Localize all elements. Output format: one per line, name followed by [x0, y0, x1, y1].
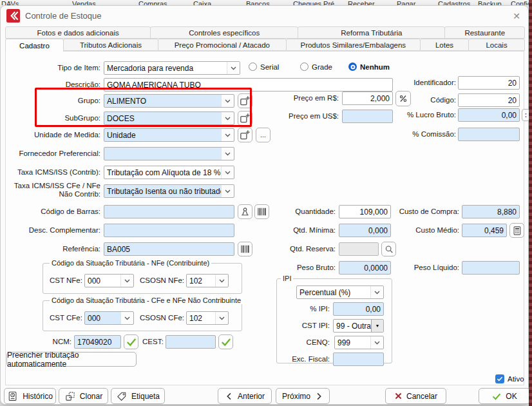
unidade-select[interactable]: Unidade — [104, 128, 234, 142]
cst-nfe-group: Código da Situação Tributária - NFe (Con… — [43, 263, 242, 294]
radio-nenhum[interactable]: Nenhum — [348, 63, 390, 71]
balanca-button[interactable] — [238, 204, 252, 219]
codigo-input[interactable]: 20 — [458, 93, 520, 107]
unidade-add-button[interactable] — [238, 128, 252, 142]
taxa-icms-nao-contrib-label: Taxa ICMS/ISS CFe / NFe Não Contrib: — [6, 182, 100, 198]
subgrupo-add-button[interactable] — [238, 111, 252, 126]
menu-item[interactable]: Bancos — [246, 0, 270, 5]
tab-cadastro[interactable]: Cadastro — [5, 39, 64, 52]
menu-item[interactable]: Vendas — [72, 0, 96, 5]
tab-fotos-e-dados-adicionais[interactable]: Fotos e dados adicionais — [5, 26, 151, 39]
codigo-label: Código: — [392, 96, 456, 104]
referencia-label: Referência: — [6, 245, 100, 253]
proximo-button[interactable]: Próximo — [276, 388, 330, 404]
descricao-input[interactable]: GOMA AMERICANA TUBO — [104, 78, 393, 92]
cest-validate-button[interactable] — [218, 334, 233, 349]
menu-item[interactable]: DAVs — [1, 0, 19, 5]
radio-dot-selected — [348, 63, 357, 71]
ok-button[interactable]: OK — [479, 388, 530, 404]
ipi-mode-select[interactable]: Percentual (%) — [296, 285, 384, 299]
radio-serial[interactable]: Serial — [249, 63, 279, 71]
preco-us-input[interactable] — [342, 110, 393, 123]
ncm-validate-button[interactable] — [124, 334, 138, 349]
quantidade-input[interactable]: 109,000 — [339, 205, 391, 218]
menu-item[interactable]: Cadastros — [438, 0, 470, 5]
custo-medio-calculator-button[interactable] — [509, 223, 524, 238]
cst-cfe-select[interactable]: 000 — [84, 311, 134, 325]
cest-input[interactable] — [166, 335, 216, 349]
taxa-icms-contrib-select[interactable]: Tributação com Alíquota de 18 % — [104, 166, 234, 179]
historico-button[interactable]: Histórico — [4, 388, 56, 404]
ncm-input[interactable]: 17049020 — [74, 335, 121, 349]
csosn-cfe-select[interactable]: 102 — [186, 311, 229, 325]
tipo-de-item-select[interactable]: Mercadoria para revenda — [104, 61, 240, 75]
cst-nfe-select[interactable]: 000 — [84, 274, 134, 287]
peso-bruto-input[interactable]: 0,0000 — [339, 261, 391, 275]
ipi-percent-input[interactable]: 0,00 — [333, 302, 384, 316]
vertical-dots-icon: : — [525, 111, 527, 119]
subgrupo-label: SubGrupo: — [6, 114, 100, 122]
desc-complementar-input[interactable] — [104, 224, 234, 237]
unidade-de-medida-label: Unidade de Medida: — [6, 131, 100, 139]
menu-item[interactable]: Pagar — [397, 0, 415, 5]
radio-grade[interactable]: Grade — [300, 63, 332, 71]
fornecedor-select[interactable] — [104, 147, 234, 160]
comissao-label: % Comissão: — [392, 130, 456, 139]
grupo-add-button[interactable] — [238, 93, 252, 108]
cancelar-button[interactable]: Cancelar — [385, 388, 446, 404]
cst-ipi-label: CST IPI: — [278, 322, 330, 330]
menu-item[interactable]: Caixa — [193, 0, 211, 5]
chevron-down-icon — [370, 286, 383, 298]
csosn-nfe-select[interactable]: 102 — [186, 274, 229, 287]
grupo-select[interactable]: ALIMENTO — [104, 94, 234, 108]
qtd-reserva-search-button[interactable] — [381, 242, 396, 256]
menu-item[interactable]: Compras — [138, 0, 167, 5]
tab-reforma-tributaria[interactable]: Reforma Tributária — [298, 26, 445, 39]
close-icon[interactable]: ✕ — [509, 10, 524, 23]
radio-dot — [249, 63, 257, 71]
quantidade-label: Quantidade: — [271, 208, 336, 216]
custo-medio-input[interactable]: 0,459 — [462, 224, 507, 237]
clonar-button[interactable]: Clonar — [59, 388, 108, 404]
ativo-checkbox[interactable]: Ativo — [495, 374, 524, 383]
exc-fiscal-input[interactable] — [333, 353, 384, 366]
tab-lotes[interactable]: Lotes — [420, 39, 469, 51]
menu-item[interactable]: Receber — [348, 0, 375, 5]
custo-de-compra-input[interactable]: 8,880 — [462, 205, 520, 218]
peso-liquido-input[interactable] — [462, 261, 520, 275]
referencia-input[interactable]: BA005 — [104, 242, 234, 256]
barcode-icon — [255, 205, 269, 218]
desc-complementar-label: Desc. Complementar: — [6, 226, 100, 235]
taxa-icms-nao-contrib-select[interactable]: Tributação Isenta ou não tributados — [104, 184, 234, 198]
chevron-down-icon — [221, 112, 234, 124]
comissao-input[interactable] — [458, 128, 520, 141]
codigo-de-barras-input[interactable] — [104, 205, 234, 218]
check-icon — [126, 337, 137, 347]
etiqueta-button[interactable]: Etiqueta — [111, 388, 165, 404]
tab-locais[interactable]: Locais — [468, 39, 525, 51]
lucro-bruto-input[interactable]: 0,00 — [458, 108, 520, 122]
chevron-down-icon — [221, 95, 234, 107]
unidade-more-button[interactable]: ... — [256, 128, 271, 142]
qtd-minima-input[interactable]: 0,000 — [339, 224, 391, 237]
cst-ipi-select[interactable]: 99 - Outras ▼ — [333, 319, 384, 333]
tab-preco-promocional-atacado[interactable]: Preço Promocional / Atacado — [158, 39, 287, 51]
menu-item[interactable]: Cheques Pré — [293, 0, 334, 5]
identificador-input[interactable]: 20 — [458, 76, 520, 90]
anterior-button[interactable]: Anterior — [218, 388, 272, 404]
barcode-button[interactable] — [254, 204, 269, 219]
radio-serial-label: Serial — [260, 63, 279, 71]
tab-produtos-similares-embalagens[interactable]: Produtos Similares/Embalagens — [286, 39, 421, 51]
referencia-barcode-button[interactable] — [238, 242, 252, 256]
preencher-tributacao-button[interactable]: Preencher tributação automaticamente — [6, 352, 137, 367]
peso-liquido-label: Peso Líquido: — [394, 264, 459, 272]
tab-restaurante[interactable]: Restaurante — [444, 26, 525, 39]
quantidade-value: 109,000 — [342, 208, 388, 217]
cenq-select[interactable]: 999 — [334, 336, 384, 349]
tab-controles-especificos[interactable]: Controles específicos — [150, 26, 298, 39]
preco-rs-input[interactable]: 2,000 — [342, 92, 393, 105]
tab-tributos-adicionais[interactable]: Tributos Adicionais — [63, 39, 158, 51]
background-window-edge — [529, 0, 532, 406]
subgrupo-select[interactable]: DOCES — [104, 111, 234, 125]
menu-item[interactable]: Backup — [478, 0, 502, 5]
